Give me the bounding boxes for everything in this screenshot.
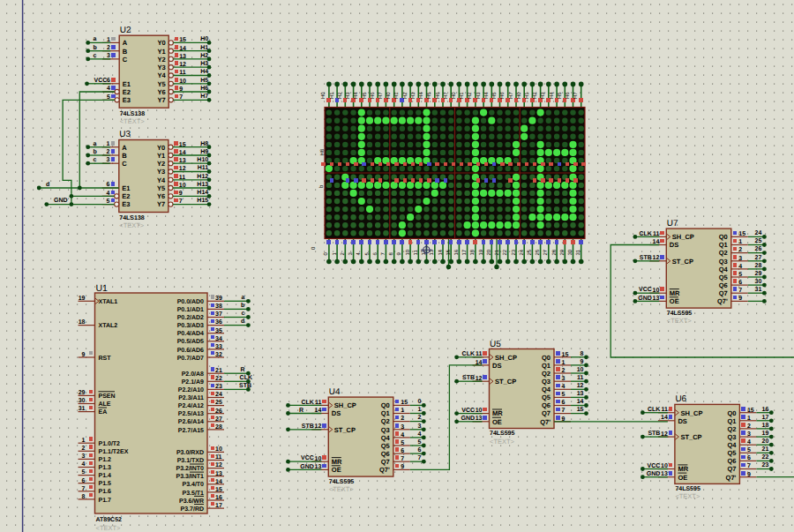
svg-text:11: 11 xyxy=(215,454,222,461)
svg-text:4: 4 xyxy=(747,439,751,446)
svg-text:Q2: Q2 xyxy=(727,425,736,433)
svg-text:3: 3 xyxy=(417,423,421,430)
svg-text:21: 21 xyxy=(762,446,769,453)
svg-text:P2.3/A11: P2.3/A11 xyxy=(178,394,204,401)
svg-text:2: 2 xyxy=(82,446,86,452)
svg-text:H1: H1 xyxy=(459,92,465,99)
svg-text:H11: H11 xyxy=(198,165,209,171)
svg-text:H1: H1 xyxy=(524,92,530,99)
svg-text:H2: H2 xyxy=(402,92,408,99)
svg-text:<TEXT>: <TEXT> xyxy=(667,317,693,325)
svg-text:23: 23 xyxy=(762,462,769,468)
svg-text:Y5: Y5 xyxy=(157,184,165,192)
svg-text:H3: H3 xyxy=(345,92,351,99)
svg-text:19: 19 xyxy=(79,296,86,302)
svg-text:Q0: Q0 xyxy=(719,233,728,241)
svg-text:15: 15 xyxy=(577,407,584,413)
svg-text:H6: H6 xyxy=(200,86,208,92)
svg-text:74LS138: 74LS138 xyxy=(120,111,146,117)
svg-text:H7: H7 xyxy=(200,94,208,100)
svg-text:7: 7 xyxy=(562,408,566,414)
svg-text:CLK: CLK xyxy=(462,351,475,357)
svg-text:Y4: Y4 xyxy=(158,71,167,79)
svg-text:H2: H2 xyxy=(337,92,343,99)
svg-text:6: 6 xyxy=(562,400,566,406)
svg-text:P1.0/T2: P1.0/T2 xyxy=(99,440,121,447)
svg-text:<TEXT>: <TEXT> xyxy=(96,524,122,532)
svg-text:Q5: Q5 xyxy=(381,442,390,450)
svg-text:10: 10 xyxy=(577,367,584,373)
svg-text:H13: H13 xyxy=(197,182,208,188)
svg-text:24: 24 xyxy=(215,392,222,398)
svg-text:Q7': Q7' xyxy=(726,474,737,482)
svg-text:DS: DS xyxy=(670,241,678,249)
svg-text:U1: U1 xyxy=(96,283,109,294)
svg-text:GND: GND xyxy=(638,296,652,302)
svg-text:21: 21 xyxy=(215,368,222,374)
svg-text:Q7: Q7 xyxy=(727,465,736,473)
svg-text:13: 13 xyxy=(179,158,186,164)
svg-text:25: 25 xyxy=(527,249,533,255)
svg-text:22: 22 xyxy=(215,376,222,382)
svg-text:7: 7 xyxy=(417,455,421,461)
svg-text:2: 2 xyxy=(562,368,566,374)
svg-text:P3.5/T1: P3.5/T1 xyxy=(182,490,204,497)
svg-text:26: 26 xyxy=(215,408,222,415)
svg-text:H6: H6 xyxy=(370,92,376,99)
svg-text:MR: MR xyxy=(492,409,503,417)
svg-text:H0: H0 xyxy=(451,92,457,99)
svg-text:15: 15 xyxy=(215,487,222,493)
svg-text:Y7: Y7 xyxy=(158,96,166,104)
svg-text:11: 11 xyxy=(179,175,186,181)
svg-text:6: 6 xyxy=(107,78,110,84)
svg-text:1: 1 xyxy=(107,141,110,147)
svg-text:38: 38 xyxy=(215,303,222,310)
svg-text:31: 31 xyxy=(575,249,581,255)
svg-text:5: 5 xyxy=(747,447,751,453)
svg-text:PSEN: PSEN xyxy=(99,393,116,400)
svg-text:H5: H5 xyxy=(491,92,498,99)
svg-text:P1.5: P1.5 xyxy=(99,481,112,487)
svg-text:3: 3 xyxy=(82,453,86,460)
svg-text:11: 11 xyxy=(413,250,419,256)
svg-text:a: a xyxy=(94,141,97,147)
svg-text:VCC: VCC xyxy=(94,78,108,84)
svg-text:74LS595: 74LS595 xyxy=(675,486,700,492)
svg-text:Q6: Q6 xyxy=(381,450,390,458)
svg-text:23: 23 xyxy=(215,384,222,390)
svg-text:24: 24 xyxy=(519,249,525,255)
svg-text:b: b xyxy=(94,44,97,51)
svg-text:U4: U4 xyxy=(329,387,341,397)
svg-text:15: 15 xyxy=(446,249,452,255)
svg-text:VCC: VCC xyxy=(639,287,652,293)
svg-text:29: 29 xyxy=(79,390,86,396)
svg-text:U5: U5 xyxy=(490,340,501,349)
svg-text:P1.7: P1.7 xyxy=(99,498,112,504)
svg-text:27: 27 xyxy=(543,249,549,255)
svg-text:35: 35 xyxy=(215,328,222,334)
svg-text:Q6: Q6 xyxy=(542,401,551,409)
svg-text:P1.4: P1.4 xyxy=(99,473,112,479)
svg-text:H6: H6 xyxy=(435,92,441,99)
svg-text:P3.2/INT0: P3.2/INT0 xyxy=(176,465,204,472)
svg-text:Q5: Q5 xyxy=(727,449,736,457)
svg-text:OE: OE xyxy=(678,474,687,482)
svg-text:H12: H12 xyxy=(197,174,208,180)
svg-text:39: 39 xyxy=(215,296,222,302)
svg-text:5: 5 xyxy=(738,272,742,278)
svg-text:74LS595: 74LS595 xyxy=(667,311,693,317)
svg-text:5: 5 xyxy=(562,392,566,398)
svg-text:P3.4/T0: P3.4/T0 xyxy=(182,481,204,488)
svg-text:16: 16 xyxy=(762,407,769,413)
svg-text:3: 3 xyxy=(401,424,404,431)
svg-text:Q7': Q7' xyxy=(379,466,390,474)
svg-text:26: 26 xyxy=(535,249,541,255)
svg-text:23: 23 xyxy=(511,249,517,255)
svg-text:E1: E1 xyxy=(123,80,131,88)
svg-text:13: 13 xyxy=(577,391,584,397)
svg-text:Y6: Y6 xyxy=(157,192,165,200)
svg-text:Y0: Y0 xyxy=(158,39,166,47)
svg-text:17: 17 xyxy=(762,415,769,421)
svg-text:P1.6: P1.6 xyxy=(99,489,112,495)
svg-text:EA: EA xyxy=(99,409,108,416)
